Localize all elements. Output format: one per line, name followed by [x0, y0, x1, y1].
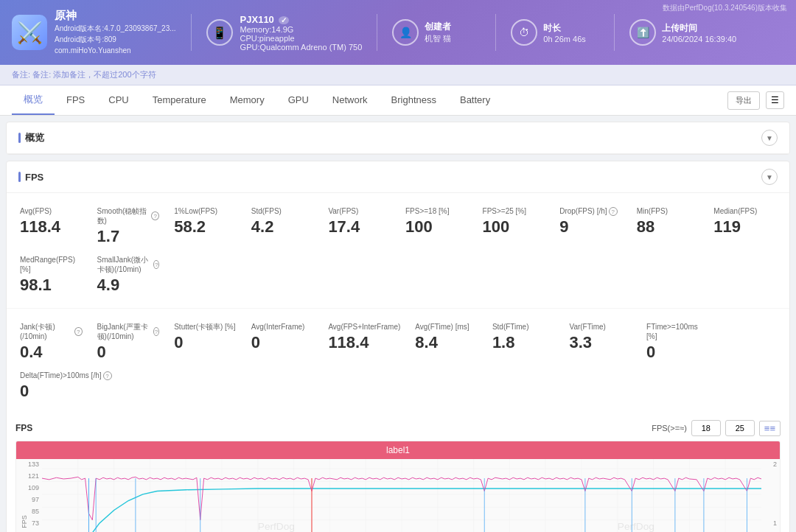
creator-info: 创建者 机智 猫: [425, 21, 451, 44]
smooth-info-icon[interactable]: ?: [151, 211, 159, 220]
stat-bigjank-label: BigJank(严重卡顿)(/10min) ?: [97, 322, 160, 341]
duration-icon: ⏱: [511, 19, 537, 46]
stat-median-fps-value: 119: [713, 217, 776, 237]
stat-avg-fps-interframe-label: Avg(FPS+InterFrame): [328, 322, 400, 332]
stat-stutter: Stutter(卡顿率) [%] 0: [167, 318, 244, 366]
header-divider-3: [495, 14, 496, 51]
chart-right-controls: FPS(>=≈) ≡≡: [652, 420, 781, 436]
delta-info-icon[interactable]: ?: [103, 371, 112, 380]
stat-avg-interframe-label: Avg(InterFrame): [251, 322, 314, 332]
fps-stats-row2: Jank(卡顿)(/10min) ? 0.4 BigJank(严重卡顿)(/10…: [7, 308, 789, 414]
fps-toggle[interactable]: ▼: [761, 169, 778, 185]
stat-ftime-100-value: 0: [646, 343, 709, 362]
creator-value: 机智 猫: [425, 33, 451, 44]
stat-avg-fps-label: Avg(FPS): [20, 206, 83, 216]
tab-battery[interactable]: Battery: [448, 87, 502, 114]
stat-fps-25-label: FPS>=25 [%]: [483, 206, 545, 216]
export-button[interactable]: 导出: [727, 91, 760, 110]
tab-cpu[interactable]: CPU: [97, 87, 140, 114]
device-cpu: CPU:pineapple: [240, 34, 363, 43]
stat-min-fps-value: 88: [637, 217, 699, 237]
drop-info-icon[interactable]: ?: [609, 207, 618, 216]
tab-fps[interactable]: FPS: [55, 87, 97, 114]
chart-label-bar: label1: [16, 441, 780, 459]
stat-std-ftime-label: Std(FTime): [492, 322, 555, 332]
stat-fps-18: FPS>=18 [%] 100: [398, 202, 475, 251]
stat-smalljank-label: SmallJank(微小卡顿)(/10min) ?: [97, 255, 160, 274]
upload-info: 上传时间 24/06/2024 16:39:40: [662, 22, 736, 43]
y-axis-right: 2 1 0: [761, 459, 780, 532]
stat-avg-ftime-label: Avg(FTime) [ms]: [415, 322, 478, 332]
app-name: 原神: [55, 9, 176, 23]
stat-jank: Jank(卡顿)(/10min) ? 0.4: [13, 318, 90, 366]
chart-label-bar-text: label1: [386, 445, 410, 455]
tab-overview[interactable]: 概览: [12, 85, 55, 115]
tab-gpu[interactable]: GPU: [276, 87, 321, 114]
stat-drop-fps-label: Drop(FPS) [/h] ?: [559, 206, 622, 216]
stat-min-fps-label: Min(FPS): [637, 206, 699, 216]
stat-var-fps: Var(FPS) 17.4: [321, 202, 398, 251]
stat-1low-fps: 1%Low(FPS) 58.2: [167, 202, 244, 251]
fps-y-axis-label: FPS: [21, 515, 28, 528]
stat-drop-fps-value: 9: [559, 217, 622, 237]
upload-label: 上传时间: [662, 22, 736, 35]
fps-threshold-label: FPS(>=≈): [652, 424, 687, 433]
stat-fps-25-value: 100: [483, 217, 545, 237]
stat-avg-interframe-value: 0: [251, 333, 314, 352]
bigjank-info-icon[interactable]: ?: [153, 327, 159, 336]
notes-label: 备注:: [12, 70, 30, 79]
stat-avg-interframe: Avg(InterFrame) 0: [244, 318, 321, 366]
tab-temperature[interactable]: Temperature: [141, 87, 218, 114]
jank-info-icon[interactable]: ?: [74, 327, 83, 336]
upload-section: ⬆️ 上传时间 24/06/2024 16:39:40: [629, 19, 736, 46]
nav-tabs: 概览 FPS CPU Temperature Memory GPU Networ…: [0, 85, 796, 116]
stat-smooth: Smooth(稳帧指数) ? 1.7: [90, 202, 167, 251]
y-right-2: 2: [764, 461, 777, 468]
stat-std-fps-label: Std(FPS): [251, 206, 314, 216]
stat-avg-fps-interframe-value: 118.4: [328, 333, 400, 352]
tab-memory[interactable]: Memory: [218, 87, 276, 114]
y-label-85: 85: [19, 508, 39, 515]
fps-threshold-input-2[interactable]: [725, 420, 755, 436]
tab-brightness[interactable]: Brightness: [380, 87, 448, 114]
y-label-97: 97: [19, 496, 39, 503]
notes-bar: 备注: 备注: 添加备注，不超过200个字符: [0, 65, 796, 85]
fps-section: FPS ▼ Avg(FPS) 118.4 Smooth(稳帧指数) ? 1.7 …: [6, 161, 790, 532]
chart-svg: PerfDog PerfDog PerfDog: [42, 459, 761, 532]
chart-fps-label: FPS: [15, 423, 32, 433]
stat-smooth-value: 1.7: [97, 227, 160, 246]
creator-section: 👤 创建者 机智 猫: [392, 19, 481, 46]
stat-delta-ftime-label: Delta(FTime)>100ms [/h] ?: [20, 371, 113, 380]
device-verified: ✓: [279, 16, 289, 24]
stat-var-fps-label: Var(FPS): [328, 206, 391, 216]
app-package: com.miHoYo.Yuanshen: [55, 45, 176, 56]
stat-jank-value: 0.4: [20, 343, 83, 362]
stat-avg-fps-value: 118.4: [20, 217, 83, 237]
smalljank-info-icon[interactable]: ?: [153, 260, 159, 269]
stat-1low-fps-value: 58.2: [174, 217, 237, 237]
device-memory: Memory:14.9G: [240, 25, 363, 34]
stat-delta-ftime-value: 0: [20, 382, 113, 401]
duration-label: 时长: [543, 22, 585, 35]
duration-value: 0h 26m 46s: [543, 35, 585, 43]
stat-smooth-label: Smooth(稳帧指数) ?: [97, 206, 160, 225]
fps-threshold-input-1[interactable]: [691, 420, 721, 436]
fps-chart-area: FPS FPS(>=≈) ≡≡ label1 133 121 109 97 85…: [7, 414, 789, 532]
stat-jank-label: Jank(卡顿)(/10min) ?: [20, 322, 83, 341]
stat-ftime-100: FTime>=100ms [%] 0: [639, 318, 716, 366]
nav-export: 导出 ☰: [727, 91, 784, 110]
stat-bigjank: BigJank(严重卡顿)(/10min) ? 0: [90, 318, 167, 366]
chart-view-toggle[interactable]: ≡≡: [759, 421, 781, 436]
header: 数据由PerfDog(10.3.240546)版本收集 ⚔️ 原神 Androi…: [0, 0, 796, 65]
stat-1low-fps-label: 1%Low(FPS): [174, 206, 237, 216]
creator-icon: 👤: [392, 19, 419, 46]
stat-ftime-100-label: FTime>=100ms [%]: [646, 322, 709, 341]
notes-placeholder[interactable]: 备注: 添加备注，不超过200个字符: [32, 70, 156, 79]
stat-fps-25: FPS>=25 [%] 100: [475, 202, 553, 251]
data-source-notice: 数据由PerfDog(10.3.240546)版本收集: [663, 3, 787, 13]
overview-toggle[interactable]: ▼: [761, 130, 778, 146]
tab-network[interactable]: Network: [321, 87, 380, 114]
stat-median-fps: Median(FPS) 119: [706, 202, 783, 251]
menu-button[interactable]: ☰: [766, 91, 784, 109]
chart-wrapper: label1 133 121 109 97 85 73 61 48 36 24 …: [15, 441, 781, 532]
